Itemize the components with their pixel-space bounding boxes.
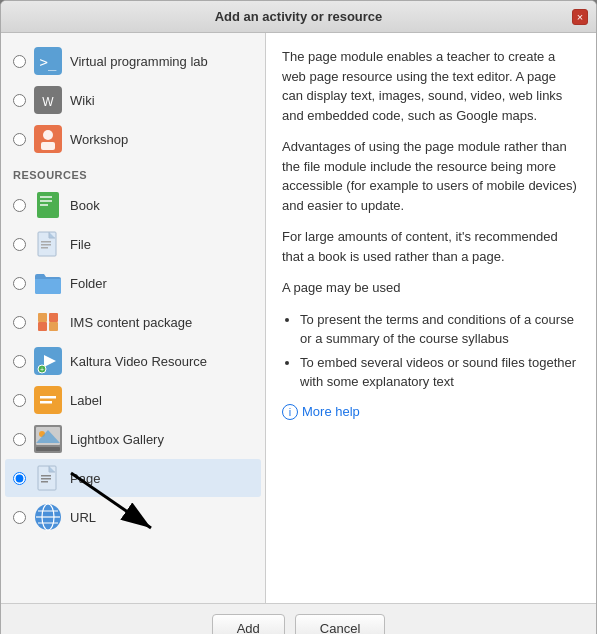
dialog-title: Add an activity or resource: [215, 9, 383, 24]
vpl-icon-container: >_: [34, 47, 62, 75]
list-item-kaltura[interactable]: + Kaltura Video Resource: [5, 342, 261, 380]
list-item-lightbox[interactable]: Lightbox Gallery: [5, 420, 261, 458]
description-para1: The page module enables a teacher to cre…: [282, 47, 580, 125]
dialog-title-bar: Add an activity or resource ×: [1, 1, 596, 33]
radio-ims[interactable]: [13, 316, 26, 329]
radio-book[interactable]: [13, 199, 26, 212]
description-para3: For large amounts of content, it's recom…: [282, 227, 580, 266]
folder-label: Folder: [70, 276, 107, 291]
more-help-link[interactable]: i More help: [282, 404, 580, 420]
label-icon-container: [34, 386, 62, 414]
radio-url[interactable]: [13, 511, 26, 524]
svg-text:+: +: [40, 366, 44, 373]
list-item-workshop[interactable]: Workshop: [5, 120, 261, 158]
radio-folder[interactable]: [13, 277, 26, 290]
url-icon-container: [34, 503, 62, 531]
radio-vpl[interactable]: [13, 55, 26, 68]
description-bullets: To present the terms and conditions of a…: [300, 310, 580, 392]
svg-rect-23: [34, 386, 62, 414]
list-item-label[interactable]: Label: [5, 381, 261, 419]
ims-icon-container: [34, 308, 62, 336]
radio-lightbox[interactable]: [13, 433, 26, 446]
dialog-footer: Add Cancel: [1, 603, 596, 634]
add-activity-dialog: Add an activity or resource × >_ Virtual…: [0, 0, 597, 634]
file-label: File: [70, 237, 91, 252]
radio-file[interactable]: [13, 238, 26, 251]
book-label: Book: [70, 198, 100, 213]
radio-label[interactable]: [13, 394, 26, 407]
kaltura-label: Kaltura Video Resource: [70, 354, 207, 369]
lightbox-label: Lightbox Gallery: [70, 432, 164, 447]
svg-rect-33: [41, 478, 51, 480]
cancel-button[interactable]: Cancel: [295, 614, 385, 634]
svg-point-5: [43, 130, 53, 140]
list-item-vpl[interactable]: >_ Virtual programming lab: [5, 42, 261, 80]
url-label: URL: [70, 510, 96, 525]
workshop-icon-container: [34, 125, 62, 153]
kaltura-icon-container: +: [34, 347, 62, 375]
description-para2: Advantages of using the page module rath…: [282, 137, 580, 215]
svg-rect-25: [40, 401, 52, 404]
svg-rect-12: [41, 241, 51, 243]
svg-rect-16: [49, 322, 58, 331]
list-item-book[interactable]: Book: [5, 186, 261, 224]
list-item-folder[interactable]: Folder: [5, 264, 261, 302]
radio-kaltura[interactable]: [13, 355, 26, 368]
label-label: Label: [70, 393, 102, 408]
more-help-label: More help: [302, 404, 360, 419]
folder-icon-container: [34, 269, 62, 297]
radio-workshop[interactable]: [13, 133, 26, 146]
svg-rect-34: [41, 481, 48, 483]
info-icon: i: [282, 404, 298, 420]
svg-rect-18: [49, 313, 58, 322]
bullet-1: To present the terms and conditions of a…: [300, 310, 580, 349]
page-label: Page: [70, 471, 100, 486]
svg-rect-6: [41, 142, 55, 150]
svg-rect-30: [36, 447, 60, 451]
left-panel: >_ Virtual programming lab W Wiki: [1, 33, 266, 603]
list-item-file[interactable]: File: [5, 225, 261, 263]
wiki-icon-container: W: [34, 86, 62, 114]
right-panel: The page module enables a teacher to cre…: [266, 33, 596, 603]
radio-wiki[interactable]: [13, 94, 26, 107]
svg-rect-32: [41, 475, 51, 477]
svg-rect-24: [40, 396, 56, 399]
resources-section-header: RESOURCES: [1, 159, 265, 185]
dialog-body: >_ Virtual programming lab W Wiki: [1, 33, 596, 603]
wiki-label: Wiki: [70, 93, 95, 108]
svg-rect-13: [41, 244, 51, 246]
svg-rect-8: [40, 196, 52, 198]
list-item-page[interactable]: Page: [5, 459, 261, 497]
svg-text:>_: >_: [40, 54, 57, 71]
radio-page[interactable]: [13, 472, 26, 485]
list-item-wiki[interactable]: W Wiki: [5, 81, 261, 119]
list-item-url[interactable]: URL: [5, 498, 261, 536]
svg-rect-9: [40, 200, 52, 202]
svg-rect-15: [38, 322, 47, 331]
close-button[interactable]: ×: [572, 9, 588, 25]
workshop-label: Workshop: [70, 132, 128, 147]
add-button[interactable]: Add: [212, 614, 285, 634]
lightbox-icon-container: [34, 425, 62, 453]
list-item-ims[interactable]: IMS content package: [5, 303, 261, 341]
svg-rect-14: [41, 247, 48, 249]
book-icon-container: [34, 191, 62, 219]
page-icon-container: [34, 464, 62, 492]
bullet-2: To embed several videos or sound files t…: [300, 353, 580, 392]
vpl-label: Virtual programming lab: [70, 54, 208, 69]
svg-rect-17: [38, 313, 47, 322]
file-icon-container: [34, 230, 62, 258]
ims-label: IMS content package: [70, 315, 192, 330]
svg-rect-10: [40, 204, 48, 206]
svg-text:W: W: [42, 95, 54, 109]
description-para4: A page may be used: [282, 278, 580, 298]
